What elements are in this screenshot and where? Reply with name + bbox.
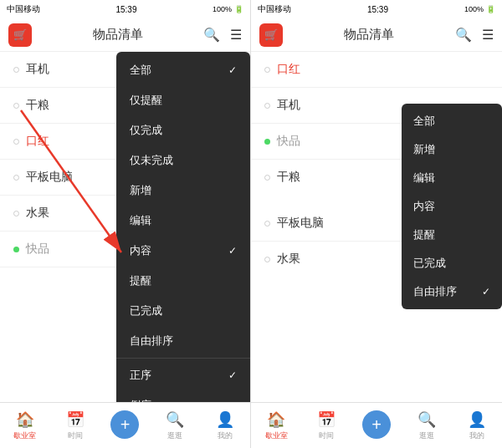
tab-browse-left[interactable]: 🔍 逛逛 <box>150 410 200 441</box>
dropdown-item-free-sort[interactable]: 自由排序 ✓ <box>402 277 502 306</box>
dropdown-item-label: 仅完成 <box>130 123 162 138</box>
item-text: 水果 <box>26 206 49 221</box>
header-title-left: 物品清单 <box>93 27 143 43</box>
dot-icon <box>264 257 270 262</box>
dropdown-item-reminder[interactable]: 提醒 <box>116 266 250 296</box>
dropdown-item-undone-only[interactable]: 仅未完成 <box>116 145 250 176</box>
dot-green-icon <box>13 247 19 252</box>
dropdown-item-all[interactable]: 全部 ✓ <box>116 55 250 85</box>
dropdown-item-label: 提醒 <box>413 227 435 242</box>
dropdown-item-remind-only[interactable]: 仅提醒 <box>116 85 250 115</box>
dropdown-divider <box>116 358 250 359</box>
list-area-right: 口红 耳机 快品 干粮 3/1 08:55 平板电脑 水果 2021/1/ <box>251 52 502 402</box>
menu-icon-left[interactable]: ☰ <box>230 27 242 43</box>
battery-left: 100% 🔋 <box>213 5 243 13</box>
dropdown-item-label: 自由排序 <box>413 284 457 299</box>
dropdown-item-asc[interactable]: 正序 ✓ <box>116 360 250 390</box>
tab-label: 时间 <box>68 430 83 441</box>
status-bar-right: 中国移动 15:39 100% 🔋 <box>251 0 502 18</box>
status-bar-left: 中国移动 15:39 100% 🔋 <box>0 0 250 18</box>
carrier-right: 中国移动 <box>258 3 291 15</box>
tab-browse-right[interactable]: 🔍 逛逛 <box>402 410 452 441</box>
check-icon: ✓ <box>228 369 237 381</box>
filter-dropdown-right[interactable]: 全部 新增 编辑 内容 提醒 已完成 自由排序 ✓ <box>402 104 502 309</box>
tab-add-right[interactable]: + <box>351 410 402 440</box>
right-phone-panel: 中国移动 15:39 100% 🔋 🛒 物品清单 🔍 ☰ 口红 耳机 快品 <box>251 0 502 448</box>
app-logo-right: 🛒 <box>259 23 283 47</box>
dropdown-item-free-sort[interactable]: 自由排序 <box>116 326 250 356</box>
tab-label: 歇业室 <box>13 430 36 441</box>
add-icon[interactable]: + <box>110 410 139 439</box>
browse-icon: 🔍 <box>166 410 184 429</box>
header-title-right: 物品清单 <box>344 27 394 43</box>
dot-green-icon <box>264 139 270 145</box>
dropdown-item-add[interactable]: 新增 <box>402 135 502 164</box>
battery-right: 100% 🔋 <box>464 5 495 13</box>
app-logo-left: 🛒 <box>8 23 32 47</box>
check-icon: ✓ <box>482 286 490 298</box>
tab-add-left[interactable]: + <box>100 410 151 440</box>
tab-label: 歇业室 <box>265 430 288 441</box>
dropdown-item-label: 编辑 <box>130 213 151 228</box>
dropdown-item-completed[interactable]: 已完成 <box>116 296 250 326</box>
tab-label: 我的 <box>469 430 484 441</box>
list-item[interactable]: 口红 <box>251 52 502 88</box>
dropdown-item-done-only[interactable]: 仅完成 <box>116 115 250 145</box>
tab-home-left[interactable]: 🏠 歇业室 <box>0 410 50 441</box>
dot-icon <box>13 103 19 109</box>
tab-home-right[interactable]: 🏠 歇业室 <box>251 410 301 441</box>
check-icon: ✓ <box>228 245 237 257</box>
header-icons-left: 🔍 ☰ <box>203 27 242 43</box>
home-icon: 🏠 <box>267 410 285 429</box>
filter-dropdown-left[interactable]: 全部 ✓ 仅提醒 仅完成 仅未完成 新增 编辑 内容 ✓ 提 <box>116 52 250 402</box>
time-left: 15:39 <box>115 5 136 14</box>
dot-icon <box>264 221 270 227</box>
header-right: 🛒 物品清单 🔍 ☰ <box>251 18 502 52</box>
search-icon-left[interactable]: 🔍 <box>203 27 220 43</box>
dropdown-item-label: 倒序 <box>130 398 151 402</box>
dropdown-item-label: 新增 <box>413 142 435 157</box>
tab-time-right[interactable]: 📅 时间 <box>301 410 351 441</box>
tab-time-left[interactable]: 📅 时间 <box>50 410 100 441</box>
tab-mine-right[interactable]: 👤 我的 <box>452 410 502 441</box>
dropdown-item-label: 自由排序 <box>130 333 173 349</box>
dropdown-item-label: 新增 <box>130 183 151 198</box>
calendar-icon: 📅 <box>317 410 336 429</box>
dropdown-item-edit[interactable]: 编辑 <box>402 164 502 192</box>
item-text-red: 口红 <box>26 134 49 149</box>
left-phone-panel: 中国移动 15:39 100% 🔋 🛒 物品清单 🔍 ☰ 耳机 干粮 口红 <box>0 0 251 448</box>
dropdown-item-label: 已完成 <box>413 256 446 271</box>
dropdown-item-label: 全部 <box>413 114 435 129</box>
dropdown-item-reminder[interactable]: 提醒 <box>402 221 502 249</box>
calendar-icon: 📅 <box>66 410 85 429</box>
dropdown-item-label: 全部 <box>130 63 151 78</box>
tab-bar-left: 🏠 歇业室 📅 时间 + 🔍 逛逛 👤 我的 <box>0 402 250 448</box>
item-text: 快品 <box>26 242 49 257</box>
item-text-red: 口红 <box>277 62 300 77</box>
search-icon-right[interactable]: 🔍 <box>455 27 472 43</box>
tab-bar-right: 🏠 歇业室 📅 时间 + 🔍 逛逛 👤 我的 <box>251 402 502 448</box>
dropdown-item-completed[interactable]: 已完成 <box>402 249 502 277</box>
dropdown-item-desc[interactable]: 倒序 <box>116 390 250 402</box>
dropdown-item-content[interactable]: 内容 <box>402 192 502 221</box>
dropdown-item-edit[interactable]: 编辑 <box>116 206 250 236</box>
dropdown-item-label: 仅未完成 <box>130 153 173 168</box>
user-icon: 👤 <box>468 410 486 429</box>
dropdown-item-add[interactable]: 新增 <box>116 176 250 206</box>
dot-icon <box>13 175 19 181</box>
header-left: 🛒 物品清单 🔍 ☰ <box>0 18 250 52</box>
dot-icon <box>13 67 19 73</box>
menu-icon-right[interactable]: ☰ <box>482 27 494 43</box>
item-text: 干粮 <box>26 98 49 113</box>
dropdown-item-content[interactable]: 内容 ✓ <box>116 236 250 266</box>
tab-mine-left[interactable]: 👤 我的 <box>200 410 250 441</box>
add-icon[interactable]: + <box>362 410 391 439</box>
item-text: 快品 <box>277 134 300 149</box>
dropdown-item-all[interactable]: 全部 <box>402 107 502 135</box>
dot-icon <box>264 103 270 109</box>
check-icon: ✓ <box>228 64 237 76</box>
dot-icon <box>264 175 270 181</box>
home-icon: 🏠 <box>16 410 34 429</box>
dropdown-item-label: 提醒 <box>130 273 151 288</box>
item-text: 平板电脑 <box>26 170 73 185</box>
